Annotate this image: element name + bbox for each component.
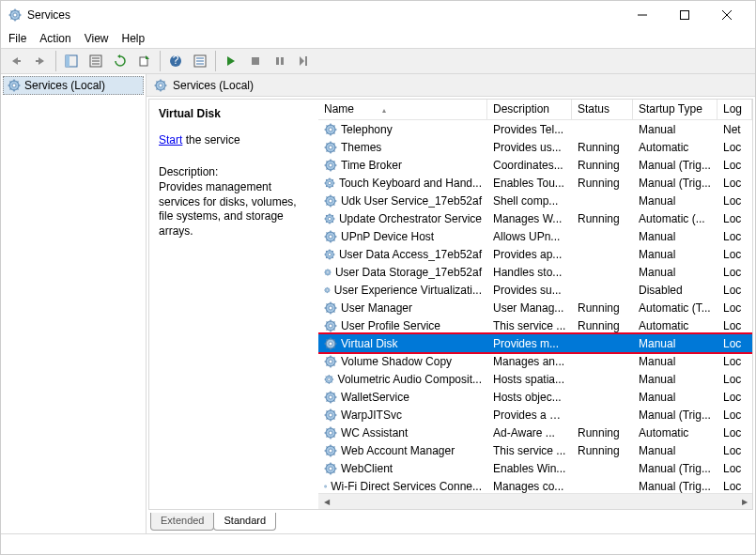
- column-status[interactable]: Status: [572, 100, 633, 119]
- gear-icon: [324, 391, 337, 404]
- service-name: UPnP Device Host: [341, 230, 434, 243]
- service-name: Web Account Manager: [341, 444, 455, 457]
- service-startup: Automatic: [633, 426, 717, 439]
- column-logon[interactable]: Log: [717, 100, 752, 119]
- gear-icon: [324, 319, 337, 332]
- svg-rect-29: [252, 57, 259, 65]
- service-row[interactable]: User ManagerUser Manag...RunningAutomati…: [318, 299, 752, 316]
- service-row[interactable]: Time BrokerCoordinates...RunningManual (…: [318, 156, 752, 174]
- service-description: This service ...: [487, 319, 572, 332]
- service-description: Provides m...: [487, 337, 572, 350]
- service-row[interactable]: Update Orchestrator ServiceManages W...R…: [318, 209, 752, 227]
- service-logon: Loc: [717, 177, 752, 190]
- service-description: Enables Win...: [487, 462, 572, 475]
- service-name: Themes: [341, 141, 381, 154]
- service-row[interactable]: User Profile ServiceThis service ...Runn…: [318, 316, 752, 334]
- restart-service-button[interactable]: [293, 51, 316, 71]
- gear-icon: [324, 373, 334, 386]
- menu-view[interactable]: View: [85, 32, 109, 45]
- gear-icon: [324, 123, 337, 136]
- maximize-button[interactable]: [663, 1, 705, 29]
- service-row[interactable]: Touch Keyboard and Hand...Enables Tou...…: [318, 174, 752, 192]
- scroll-right-icon[interactable]: ▶: [736, 494, 752, 510]
- service-status: Running: [572, 444, 633, 457]
- services-table: Name Description Status Startup Type Log…: [318, 100, 752, 509]
- svg-rect-11: [680, 11, 688, 20]
- svg-rect-17: [66, 55, 69, 67]
- menu-action[interactable]: Action: [39, 32, 70, 45]
- svg-rect-30: [276, 57, 279, 65]
- service-row[interactable]: WarpJITSvcProvides a JI...Manual (Trig..…: [318, 406, 752, 424]
- service-row[interactable]: WalletServiceHosts objec...ManualLoc: [318, 388, 752, 406]
- refresh-button[interactable]: [109, 51, 131, 71]
- export-list-button[interactable]: [133, 51, 156, 71]
- service-row[interactable]: Wi-Fi Direct Services Conne...Manages co…: [318, 477, 752, 493]
- service-logon: Loc: [717, 409, 752, 422]
- start-service-button[interactable]: [220, 51, 242, 71]
- show-hide-tree-button[interactable]: [60, 51, 83, 71]
- service-startup: Manual (Trig...: [633, 409, 717, 422]
- service-logon: Loc: [717, 319, 752, 332]
- window-title: Services: [27, 8, 621, 22]
- service-description: Provides us...: [487, 141, 572, 154]
- service-row[interactable]: User Data Access_17eb52afProvides ap...M…: [318, 245, 752, 263]
- horizontal-scrollbar[interactable]: ◀ ▶: [318, 493, 752, 509]
- service-row[interactable]: Udk User Service_17eb52afShell comp...Ma…: [318, 192, 752, 209]
- pause-service-button[interactable]: [269, 51, 291, 71]
- forward-button[interactable]: [29, 51, 52, 71]
- service-logon: Loc: [717, 426, 752, 439]
- service-name: WarpJITSvc: [341, 409, 402, 422]
- statusbar: [1, 533, 755, 554]
- service-row[interactable]: User Experience Virtualizati...Provides …: [318, 281, 752, 299]
- service-logon: Loc: [717, 480, 752, 493]
- service-description: Manages W...: [487, 212, 572, 225]
- column-description[interactable]: Description: [487, 100, 572, 119]
- column-startup-type[interactable]: Startup Type: [633, 100, 717, 119]
- tab-extended[interactable]: Extended: [150, 513, 214, 531]
- service-row[interactable]: UPnP Device HostAllows UPn...ManualLoc: [318, 227, 752, 245]
- service-row[interactable]: Virtual DiskProvides m...ManualLoc: [318, 334, 752, 352]
- service-status: Running: [572, 301, 633, 315]
- service-description: Shell comp...: [487, 194, 572, 208]
- titlebar: Services: [1, 1, 755, 29]
- service-name: WalletService: [341, 391, 409, 404]
- gear-icon: [154, 79, 167, 92]
- service-row[interactable]: Volume Shadow CopyManages an...ManualLoc: [318, 352, 752, 370]
- close-button[interactable]: [705, 1, 748, 29]
- service-row[interactable]: Web Account ManagerThis service ...Runni…: [318, 441, 752, 459]
- properties-button[interactable]: [85, 51, 107, 71]
- service-row[interactable]: Volumetric Audio Composit...Hosts spatia…: [318, 370, 752, 388]
- service-status: Running: [572, 212, 633, 225]
- toolbar-separator: [160, 51, 161, 71]
- properties-icon[interactable]: [189, 51, 211, 71]
- menu-help[interactable]: Help: [122, 32, 146, 45]
- column-name[interactable]: Name: [318, 100, 487, 119]
- help-button[interactable]: ?: [164, 51, 187, 71]
- service-row[interactable]: User Data Storage_17eb52afHandles sto...…: [318, 263, 752, 281]
- service-row[interactable]: ThemesProvides us...RunningAutomaticLoc: [318, 138, 752, 156]
- scroll-left-icon[interactable]: ◀: [318, 494, 334, 510]
- toolbar-separator: [215, 51, 216, 71]
- service-startup: Automatic: [633, 141, 717, 154]
- menu-file[interactable]: File: [8, 32, 26, 45]
- stop-service-button[interactable]: [244, 51, 267, 71]
- minimize-button[interactable]: [621, 1, 663, 29]
- service-name: User Manager: [341, 301, 412, 315]
- service-row[interactable]: WebClientEnables Win...Manual (Trig...Lo…: [318, 459, 752, 477]
- service-name: Telephony: [341, 123, 393, 136]
- service-logon: Net: [717, 123, 752, 136]
- service-startup: Manual: [633, 230, 717, 243]
- detail-panel: Virtual Disk Start the service Descripti…: [149, 100, 318, 509]
- service-description: Allows UPn...: [487, 230, 572, 243]
- service-name: WC Assistant: [341, 426, 408, 439]
- back-button[interactable]: [5, 51, 27, 71]
- start-service-link[interactable]: Start: [159, 133, 182, 146]
- service-name: Time Broker: [341, 159, 402, 172]
- service-row[interactable]: WC AssistantAd-Aware ...RunningAutomatic…: [318, 424, 752, 441]
- tree-item-services-local[interactable]: Services (Local): [3, 76, 144, 95]
- app-icon: [8, 8, 22, 22]
- service-description: Provides su...: [487, 284, 572, 297]
- service-row[interactable]: TelephonyProvides Tel...ManualNet: [318, 120, 752, 138]
- tab-standard[interactable]: Standard: [213, 513, 276, 531]
- service-startup: Manual: [633, 337, 717, 350]
